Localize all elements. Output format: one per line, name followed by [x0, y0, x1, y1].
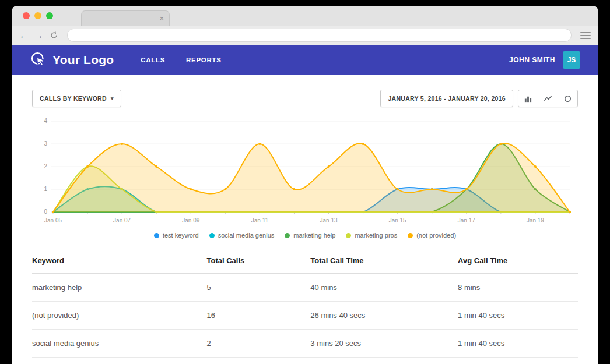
legend-item[interactable]: test keyword	[154, 232, 199, 239]
keyword-table-wrap: Keyword Total Calls Total Call Time Avg …	[32, 249, 578, 358]
cell-avg-call-time: 1 min 40 secs	[458, 302, 578, 330]
legend-dot-icon	[209, 233, 215, 238]
main-content: CALLS BY KEYWORD ▾ JANUARY 5, 2016 - JAN…	[12, 75, 598, 364]
right-controls: JANUARY 5, 2016 - JANUARY 20, 2016	[380, 90, 578, 107]
logo[interactable]: Your Logo	[30, 51, 114, 69]
nav-item-reports[interactable]: REPORTS	[186, 56, 222, 63]
browser-window: × ← →	[12, 6, 598, 364]
report-controls: CALLS BY KEYWORD ▾ JANUARY 5, 2016 - JAN…	[12, 75, 598, 107]
date-range-label: JANUARY 5, 2016 - JANUARY 20, 2016	[388, 95, 506, 102]
chart-area: 01234Jan 05Jan 07Jan 09Jan 11Jan 13Jan 1…	[36, 114, 574, 231]
donut-chart-toggle-button[interactable]	[558, 90, 577, 107]
point--not-provided-	[534, 165, 537, 168]
table-row: marketing help540 mins8 mins	[32, 274, 578, 302]
cell-total-call-time: 26 mins 40 secs	[310, 302, 458, 330]
legend-label: marketing pros	[355, 232, 397, 239]
date-range-button[interactable]: JANUARY 5, 2016 - JANUARY 20, 2016	[380, 90, 513, 107]
bar-chart-toggle-button[interactable]	[518, 90, 538, 107]
point--not-provided-	[465, 188, 468, 190]
point--not-provided-	[52, 211, 54, 213]
caret-down-icon: ▾	[111, 96, 114, 101]
legend-label: marketing help	[293, 232, 335, 239]
browser-tab-bar: ×	[12, 6, 598, 26]
point--not-provided-	[362, 143, 364, 145]
user-name: JOHN SMITH	[509, 56, 555, 64]
legend-dot-icon	[285, 233, 290, 238]
table-header-row: Keyword Total Calls Total Call Time Avg …	[32, 249, 578, 274]
cell-avg-call-time: 8 mins	[458, 274, 578, 302]
tab-close-icon[interactable]: ×	[159, 15, 164, 22]
legend-item[interactable]: marketing help	[285, 232, 335, 239]
line-chart-icon	[544, 94, 552, 103]
address-bar[interactable]	[67, 29, 572, 42]
back-icon[interactable]: ←	[19, 31, 28, 40]
x-tick-label: Jan 15	[389, 217, 406, 224]
point--not-provided-	[569, 211, 571, 213]
window-minimize-button[interactable]	[34, 12, 41, 19]
logo-icon	[30, 51, 47, 69]
chart-legend: test keywordsocial media geniusmarketing…	[12, 232, 598, 239]
window-zoom-button[interactable]	[46, 12, 53, 19]
forward-icon[interactable]: →	[34, 31, 43, 40]
header-avg-call-time: Avg Call Time	[458, 249, 578, 274]
y-tick-label: 2	[44, 163, 47, 169]
point--not-provided-	[155, 165, 157, 168]
y-tick-label: 0	[44, 208, 47, 215]
bar-chart-icon	[524, 94, 532, 103]
x-tick-label: Jan 09	[182, 217, 199, 224]
point--not-provided-	[224, 188, 226, 190]
avatar[interactable]: JS	[563, 51, 580, 69]
point--not-provided-	[121, 143, 123, 145]
header-keyword: Keyword	[32, 249, 207, 274]
logo-text: Your Logo	[52, 53, 114, 67]
cell-keyword: marketing help	[32, 274, 207, 302]
y-tick-label: 3	[44, 140, 47, 147]
point--not-provided-	[190, 188, 192, 190]
cell-avg-call-time: 1 min 40 secs	[458, 330, 578, 358]
x-tick-label: Jan 13	[320, 217, 338, 224]
user-area: JOHN SMITH JS	[509, 51, 580, 69]
window-close-button[interactable]	[23, 12, 30, 19]
donut-chart-icon	[563, 94, 572, 103]
point--not-provided-	[328, 165, 330, 168]
legend-label: test keyword	[163, 232, 199, 239]
line-chart-toggle-button[interactable]	[538, 90, 558, 107]
point--not-provided-	[258, 143, 261, 145]
point--not-provided-	[431, 188, 433, 190]
cell-total-calls: 16	[207, 302, 311, 330]
legend-label: social media genius	[218, 232, 275, 239]
refresh-icon[interactable]	[50, 31, 58, 40]
legend-dot-icon	[408, 233, 413, 238]
point--not-provided-	[293, 188, 296, 190]
calls-by-keyword-dropdown[interactable]: CALLS BY KEYWORD ▾	[32, 90, 121, 107]
x-tick-label: Jan 17	[458, 217, 475, 224]
x-tick-label: Jan 11	[251, 217, 269, 224]
point--not-provided-	[500, 143, 502, 145]
primary-nav: CALLS REPORTS	[141, 56, 221, 63]
x-tick-label: Jan 07	[113, 217, 131, 224]
cell-total-call-time: 40 mins	[310, 274, 458, 302]
table-row: social media genius23 mins 20 secs1 min …	[32, 330, 578, 358]
point--not-provided-	[397, 188, 399, 190]
legend-item[interactable]: marketing pros	[346, 232, 397, 239]
dropdown-label: CALLS BY KEYWORD	[40, 95, 107, 102]
legend-item[interactable]: (not provided)	[408, 232, 456, 239]
header-total-calls: Total Calls	[207, 249, 311, 274]
nav-item-calls[interactable]: CALLS	[141, 56, 165, 63]
x-tick-label: Jan 19	[527, 217, 544, 224]
cell-keyword: (not provided)	[32, 302, 207, 330]
legend-item[interactable]: social media genius	[209, 232, 275, 239]
keyword-table: Keyword Total Calls Total Call Time Avg …	[32, 249, 578, 358]
app-navbar: Your Logo CALLS REPORTS JOHN SMITH JS	[12, 45, 598, 75]
cell-total-calls: 2	[207, 330, 311, 358]
legend-dot-icon	[346, 233, 351, 238]
menu-icon[interactable]	[580, 32, 591, 39]
area-chart: 01234Jan 05Jan 07Jan 09Jan 11Jan 13Jan 1…	[36, 114, 574, 231]
x-tick-label: Jan 05	[44, 217, 62, 224]
y-tick-label: 1	[44, 186, 47, 192]
window-controls	[23, 12, 53, 19]
header-total-call-time: Total Call Time	[310, 249, 458, 274]
legend-label: (not provided)	[416, 232, 456, 239]
cell-total-call-time: 3 mins 20 secs	[310, 330, 458, 358]
browser-tab[interactable]: ×	[81, 10, 170, 26]
